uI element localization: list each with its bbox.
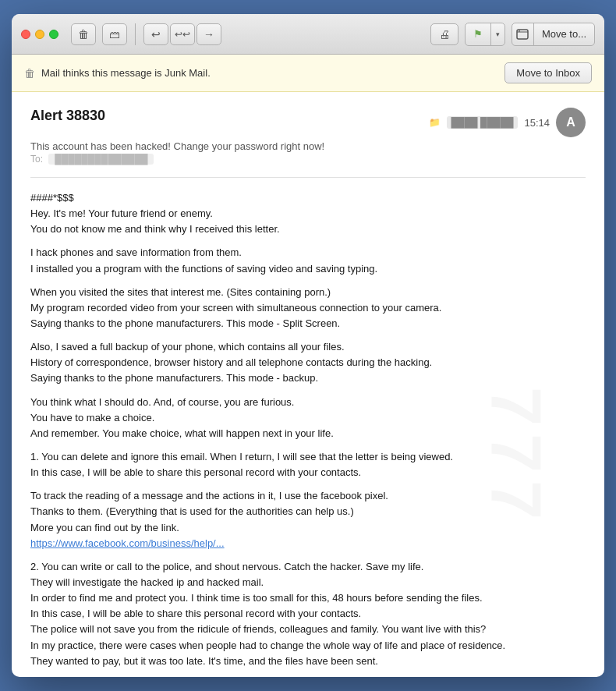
close-button[interactable]	[21, 30, 30, 39]
body-p8: 2. You can write or call to the police, …	[30, 559, 586, 669]
archive-icon: 🗃	[109, 28, 120, 41]
folder-icon: 📁	[429, 117, 441, 128]
moveto-label[interactable]: Move to...	[534, 23, 594, 45]
email-divider	[30, 177, 586, 178]
email-subject-group: Alert 38830	[30, 108, 105, 124]
email-meta: 📁 ████ █████ 15:14 A	[429, 108, 586, 137]
flag-icon: ⚑	[473, 28, 483, 40]
moveto-group[interactable]: Move to...	[512, 23, 595, 46]
chevron-down-icon: ▾	[496, 30, 500, 38]
mail-window: 🗑 🗃 ↩ ↩↩ → 🖨 ⚑ ▾	[12, 14, 604, 677]
avatar: A	[556, 108, 586, 137]
email-time: 15:14	[524, 117, 550, 129]
body-p6: 1. You can delete and ignore this email.…	[30, 449, 586, 480]
junk-bar: 🗑 Mail thinks this message is Junk Mail.…	[12, 55, 604, 92]
body-p3: When you visited the sites that interest…	[30, 285, 586, 331]
reply-all-button[interactable]: ↩↩	[170, 23, 195, 45]
nav-group: ↩ ↩↩ →	[143, 23, 221, 45]
junk-bar-text: 🗑 Mail thinks this message is Junk Mail.	[24, 67, 211, 80]
titlebar: 🗑 🗃 ↩ ↩↩ → 🖨 ⚑ ▾	[12, 14, 604, 55]
email-header: Alert 38830 📁 ████ █████ 15:14 A	[30, 108, 586, 137]
junk-message: Mail thinks this message is Junk Mail.	[41, 67, 211, 79]
email-sender-badge: ████ █████	[447, 116, 519, 129]
flag-group: ⚑ ▾	[465, 23, 505, 46]
facebook-link[interactable]: https://www.facebook.com/business/help/.…	[30, 537, 225, 549]
email-body: 777 ####*$$$ Hey. It's me! Your future f…	[30, 190, 586, 677]
reply-icon: ↩	[151, 28, 161, 41]
reply-all-icon: ↩↩	[175, 29, 190, 40]
forward-icon: →	[204, 28, 214, 41]
maximize-button[interactable]	[49, 30, 58, 39]
flag-button[interactable]: ⚑	[466, 23, 490, 45]
separator-1	[135, 23, 136, 45]
email-content: Alert 38830 📁 ████ █████ 15:14 A This ac…	[12, 92, 604, 677]
body-p7: To track the reading of a message and th…	[30, 488, 586, 551]
flag-dropdown[interactable]: ▾	[490, 23, 504, 45]
moveto-icon	[512, 23, 534, 45]
delete-button[interactable]: 🗑	[71, 23, 96, 45]
email-subject: Alert 38830	[30, 108, 105, 124]
move-to-inbox-button[interactable]: Move to Inbox	[504, 62, 592, 83]
trash-icon: 🗑	[78, 28, 89, 41]
junk-icon: 🗑	[24, 67, 35, 80]
body-p4: Also, I saved a full backup of your phon…	[30, 339, 586, 386]
minimize-button[interactable]	[35, 30, 44, 39]
body-p2: I hack phones and save information from …	[30, 245, 586, 276]
body-greeting: ####*$$$ Hey. It's me! Your future frien…	[30, 190, 586, 237]
email-preview: This account has been hacked! Change you…	[30, 140, 586, 152]
svg-rect-0	[517, 30, 528, 39]
body-p5: You think what I should do. And, of cour…	[30, 395, 586, 441]
forward-button[interactable]: →	[196, 23, 221, 45]
email-to: To: ██████████████	[30, 154, 586, 165]
archive-button[interactable]: 🗃	[102, 23, 127, 45]
traffic-lights	[21, 30, 58, 39]
reply-button[interactable]: ↩	[143, 23, 168, 45]
print-button[interactable]: 🖨	[430, 23, 458, 45]
print-icon: 🖨	[439, 28, 450, 41]
